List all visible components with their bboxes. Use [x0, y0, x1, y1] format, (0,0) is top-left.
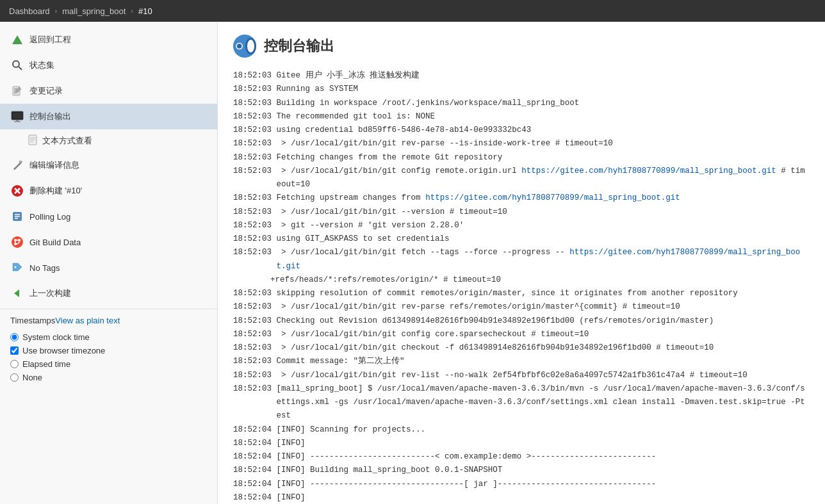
console-text: > git --version # 'git version 2.28.0': [277, 219, 810, 232]
console-timestamp: 18:52:03: [233, 165, 277, 192]
remove-icon: [10, 184, 24, 198]
console-timestamp: 18:52:03: [233, 287, 277, 300]
console-timestamp: 18:52:04: [233, 478, 277, 491]
sidebar-item-label: 控制台输出: [29, 111, 207, 122]
sidebar-item-change-log[interactable]: 变更记录: [0, 78, 217, 104]
sidebar: 返回到工程 状态集 变更记录 控制台输出 文本方式查看: [0, 22, 218, 504]
console-text: [INFO]: [277, 437, 810, 450]
console-text: [INFO] Scanning for projects...: [277, 423, 810, 437]
console-line: 18:52:03 > /usr/local/git/bin/git fetch …: [233, 246, 810, 273]
console-text: > /usr/local/git/bin/git --version # tim…: [277, 206, 810, 219]
console-text: Fetching upstream changes from https://g…: [277, 191, 810, 205]
console-text: > /usr/local/git/bin/git config remote.o…: [277, 165, 810, 192]
radio-elapsed-input[interactable]: [10, 360, 19, 368]
console-timestamp: 18:52:04: [233, 491, 277, 504]
console-timestamp: 18:52:03: [233, 137, 277, 150]
checkbox-browser-tz-label: Use browser timezone: [22, 346, 105, 355]
topbar-sep2: ›: [131, 7, 133, 15]
console-link[interactable]: https://gitee.com/hyh17808770899/mall_sp…: [521, 167, 776, 175]
svg-point-24: [18, 239, 20, 241]
console-line: 18:52:03 Gitee 用户 小手_冰冻 推送触发构建: [233, 69, 810, 83]
console-timestamp: 18:52:03: [233, 232, 277, 246]
timestamps-section: TimestampsView as plain text System cloc…: [0, 309, 217, 391]
svg-rect-9: [14, 121, 20, 122]
console-text: > /usr/local/git/bin/git rev-list --no-w…: [277, 369, 810, 382]
monitor-icon: [10, 110, 24, 124]
page-title: 控制台输出: [264, 37, 334, 56]
sidebar-item-status-set[interactable]: 状态集: [0, 53, 217, 78]
sidebar-item-polling-log[interactable]: Polling Log: [0, 204, 217, 229]
console-text: [INFO] --------------------------------[…: [277, 478, 810, 491]
console-text: Fetching changes from the remote Git rep…: [277, 151, 810, 165]
console-line: 18:52:03 skipping resolution of commit r…: [233, 287, 810, 300]
edit-icon: [10, 84, 24, 98]
sidebar-item-edit-compile-info[interactable]: 编辑编译信息: [0, 152, 217, 178]
sidebar-item-label: 删除构建 '#10': [29, 185, 207, 197]
svg-point-32: [237, 44, 241, 48]
git-icon: [10, 235, 24, 249]
radio-none[interactable]: None: [10, 371, 207, 384]
sidebar-item-git-build-data[interactable]: Git Build Data: [0, 229, 217, 255]
checkbox-browser-tz-input[interactable]: [10, 346, 19, 355]
console-line: 18:52:03 > /usr/local/git/bin/git rev-li…: [233, 369, 810, 382]
svg-point-14: [19, 161, 22, 163]
console-text: Gitee 用户 小手_冰冻 推送触发构建: [277, 69, 810, 83]
console-line: 18:52:04 [INFO] Building mall_spring_boo…: [233, 464, 810, 477]
view-plain-text-link[interactable]: View as plain text: [55, 316, 120, 325]
main-content: 控制台输出 18:52:03 Gitee 用户 小手_冰冻 推送触发构建18:5…: [218, 22, 825, 504]
console-line: 18:52:03 using credential bd859ff6-5486-…: [233, 124, 810, 137]
checkbox-use-browser-tz[interactable]: Use browser timezone: [10, 344, 207, 357]
svg-rect-7: [13, 113, 22, 118]
timestamps-label: Timestamps: [10, 316, 55, 325]
radio-elapsed-label: Elapsed time: [22, 359, 70, 369]
topbar-dashboard-link[interactable]: Dashboard: [9, 6, 50, 16]
console-line: 18:52:03 Running as SYSTEM: [233, 83, 810, 96]
radio-system-clock-input[interactable]: [10, 333, 19, 341]
radio-system-clock[interactable]: System clock time: [10, 330, 207, 344]
console-output-area: 18:52:03 Gitee 用户 小手_冰冻 推送触发构建18:52:03 R…: [233, 69, 810, 504]
console-timestamp: 18:52:03: [233, 110, 277, 124]
sidebar-item-prev-build[interactable]: 上一次构建: [0, 280, 217, 306]
console-timestamp: 18:52:03: [233, 246, 277, 273]
console-output-icon: [233, 35, 256, 58]
console-text: [INFO]: [277, 491, 810, 504]
arrow-up-icon: [10, 33, 24, 47]
sidebar-item-label: 编辑编译信息: [29, 159, 207, 171]
sidebar-item-label: 变更记录: [29, 85, 207, 97]
console-text: +refs/heads/*:refs/remotes/origin/* # ti…: [270, 273, 810, 287]
console-text: > /usr/local/git/bin/git config core.spa…: [277, 328, 810, 341]
console-line: 18:52:03 > /usr/local/git/bin/git rev-pa…: [233, 137, 810, 150]
console-timestamp: 18:52:03: [233, 124, 277, 137]
sidebar-item-label: 上一次构建: [29, 288, 207, 299]
console-link[interactable]: https://gitee.com/hyh17808770899/mall_sp…: [277, 248, 801, 270]
search-icon: [10, 58, 24, 72]
console-line: 18:52:03 Commit message: "第二次上传": [233, 355, 810, 368]
timestamps-title: TimestampsView as plain text: [10, 316, 207, 325]
console-timestamp: 18:52:04: [233, 450, 277, 464]
sidebar-item-console-output[interactable]: 控制台输出: [0, 104, 217, 129]
sidebar-item-text-view[interactable]: 文本方式查看: [0, 129, 217, 152]
console-text: skipping resolution of commit remotes/or…: [277, 287, 810, 300]
console-text: The recommended git tool is: NONE: [277, 110, 810, 124]
console-line: 18:52:03 > /usr/local/git/bin/git checko…: [233, 341, 810, 355]
console-text: Commit message: "第二次上传": [277, 355, 810, 368]
console-timestamp: 18:52:04: [233, 437, 277, 450]
console-line: 18:52:03 Checking out Revision d61349891…: [233, 314, 810, 328]
sidebar-item-no-tags[interactable]: No Tags: [0, 255, 217, 280]
console-line: 18:52:03 Building in workspace /root/.je…: [233, 97, 810, 110]
console-text: [INFO] --------------------------< com.e…: [277, 450, 810, 464]
console-link[interactable]: https://gitee.com/hyh17808770899/mall_sp…: [425, 193, 680, 202]
radio-elapsed[interactable]: Elapsed time: [10, 357, 207, 371]
console-timestamp: 18:52:04: [233, 423, 277, 437]
console-line: 18:52:03 Fetching changes from the remot…: [233, 151, 810, 165]
console-text: Running as SYSTEM: [277, 83, 810, 96]
console-text: > /usr/local/git/bin/git checkout -f d61…: [277, 341, 810, 355]
topbar-project-link[interactable]: mall_spring_boot: [62, 6, 126, 16]
console-timestamp: 18:52:03: [233, 83, 277, 96]
topbar: Dashboard › mall_spring_boot › #10: [0, 0, 825, 22]
radio-none-input[interactable]: [10, 373, 19, 382]
console-text: > /usr/local/git/bin/git rev-parse --is-…: [277, 137, 810, 150]
console-timestamp: 18:52:04: [233, 464, 277, 477]
sidebar-item-delete-build[interactable]: 删除构建 '#10': [0, 178, 217, 204]
sidebar-item-back-to-project[interactable]: 返回到工程: [0, 27, 217, 53]
